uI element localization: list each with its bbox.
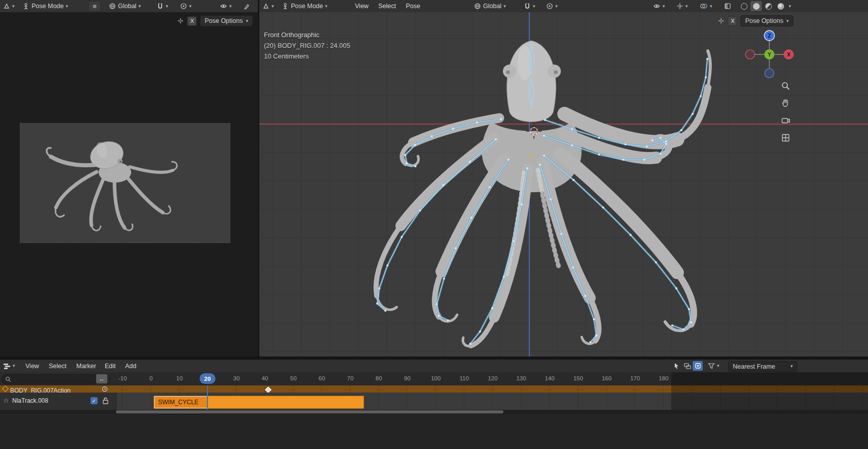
track-enabled-checkbox[interactable]: ✓	[91, 397, 98, 404]
ruler-tick[interactable]: 30	[233, 375, 240, 381]
tool-fallback-icon[interactable]	[177, 17, 184, 24]
zoom-button[interactable]	[779, 79, 792, 93]
visibility-dropdown[interactable]: ▾	[218, 0, 234, 12]
editor-type-dropdown[interactable]: ▾	[260, 0, 276, 12]
funnel-icon	[708, 363, 715, 369]
tweak-clock-icon[interactable]	[102, 386, 108, 392]
mirror-x-toggle[interactable]: X	[728, 16, 737, 26]
menu-marker[interactable]: Marker	[73, 360, 99, 372]
camera-viewport-canvas[interactable]	[0, 12, 258, 356]
proportional-edit-button[interactable]: ▾	[178, 0, 194, 12]
snap-dropdown[interactable]: ▾	[155, 0, 170, 12]
ruler-tick[interactable]: 130	[516, 375, 526, 381]
viewport-right-tool-row: X Pose Options ▾	[717, 15, 793, 26]
shading-rendered-button[interactable]	[775, 1, 786, 11]
solo-star-icon[interactable]: ☆	[3, 397, 9, 404]
ruler-tick[interactable]: 50	[290, 375, 297, 381]
viewport-editor-icon	[3, 3, 10, 10]
unlock-icon[interactable]	[102, 397, 109, 404]
scrollbar-thumb[interactable]	[116, 410, 503, 413]
globe-icon	[474, 3, 481, 10]
filter-dropdown[interactable]: ▾	[706, 360, 722, 372]
nla-strip-swim-cycle[interactable]: SWIM_CYCLE	[154, 396, 364, 409]
xray-toggle[interactable]	[722, 0, 733, 12]
orientation-dropdown[interactable]: Global ▾	[107, 0, 143, 12]
ruler-tick[interactable]: 0	[149, 375, 153, 381]
magnet-icon	[157, 3, 164, 10]
editor-type-dropdown[interactable]: ▾	[1, 0, 17, 12]
menu-edit[interactable]: Edit	[102, 360, 119, 372]
ruler-tick[interactable]: 60	[319, 375, 325, 381]
ruler-tick[interactable]: 40	[262, 375, 268, 381]
tweak-pointer-button[interactable]	[671, 361, 681, 371]
gizmos-toggle[interactable]: ▾	[674, 0, 690, 12]
ruler-tick[interactable]: 150	[573, 375, 583, 381]
camera-view-button[interactable]	[779, 114, 792, 127]
ortho-grid-button[interactable]	[779, 131, 792, 144]
track-name-cell[interactable]: BODY_RIG.007Action	[0, 385, 116, 393]
ruler-tick[interactable]: 170	[630, 375, 640, 381]
menu-view[interactable]: View	[352, 0, 372, 12]
proportional-edit-button[interactable]: ▾	[544, 0, 560, 12]
menu-select[interactable]: Select	[46, 360, 70, 372]
snap-toggle-active[interactable]	[693, 361, 703, 371]
ruler-tick[interactable]: 110	[460, 375, 469, 381]
hamburger-menu-button[interactable]: ≡	[86, 0, 103, 12]
tool-fallback-icon[interactable]	[717, 17, 725, 24]
frame-ruler[interactable]: -100103040506070809010011012013014015016…	[0, 372, 868, 385]
xray-icon	[724, 3, 731, 10]
brush-icon-button[interactable]	[241, 0, 252, 12]
shading-solid-button[interactable]	[751, 1, 762, 11]
navigation-gizmo[interactable]: Z X Y	[744, 29, 795, 80]
ruler-tick[interactable]: 120	[488, 375, 497, 381]
track-row-action[interactable]: BODY_RIG.007Action	[0, 385, 868, 393]
shading-mode-group: ▾	[736, 0, 793, 12]
menu-pose[interactable]: Pose	[403, 0, 424, 12]
ruler-tick[interactable]: 80	[376, 375, 382, 381]
visibility-dropdown[interactable]: ▾	[651, 0, 667, 12]
gizmo-x-neg-axis[interactable]	[745, 50, 755, 59]
ruler-tick[interactable]: 180	[659, 375, 668, 381]
editor-type-dropdown[interactable]: ▾	[1, 360, 17, 372]
menu-add[interactable]: Add	[122, 360, 139, 372]
gizmo-z-neg-axis[interactable]	[765, 69, 774, 78]
pose-options-dropdown[interactable]: Pose Options ▾	[740, 15, 793, 26]
shading-material-button[interactable]	[763, 1, 774, 11]
ruler-band: ↔ -1001030405060708090100110120130140150…	[0, 372, 868, 385]
orientation-label: Global	[118, 3, 136, 10]
current-frame-indicator[interactable]: 20	[200, 373, 216, 384]
pose-options-dropdown[interactable]: Pose Options ▾	[200, 15, 253, 26]
ruler-tick[interactable]: 90	[404, 375, 411, 381]
3d-viewport-canvas[interactable]: Front Orthographic (20) BODY_RIG.007 : 2…	[259, 12, 868, 356]
empty-track-area[interactable]	[0, 414, 868, 449]
ruler-tick[interactable]: 100	[431, 375, 440, 381]
mode-dropdown[interactable]: Pose Mode ▾	[280, 0, 330, 12]
viewport-right: ▾ Pose Mode ▾ View Select Pose Global ▾ …	[259, 0, 868, 356]
overlays-dropdown[interactable]: ▾	[698, 0, 714, 12]
track-name: NlaTrack.008	[12, 397, 48, 404]
track-row-nla[interactable]: ☆ NlaTrack.008 ✓ SWIM_CYCLE	[0, 393, 868, 410]
ruler-tick[interactable]: 140	[545, 375, 554, 381]
track-name-cell[interactable]: ☆ NlaTrack.008 ✓	[0, 393, 116, 410]
globe-icon	[109, 3, 116, 10]
ruler-tick[interactable]: 160	[602, 375, 611, 381]
strip-label-box[interactable]: SWIM_CYCLE	[154, 396, 208, 408]
pan-hand-button[interactable]	[779, 97, 792, 110]
ruler-tick[interactable]: 10	[176, 375, 183, 381]
sync-strips-button[interactable]	[682, 361, 693, 371]
snap-mode-dropdown[interactable]: Nearest Frame ▾	[728, 361, 797, 372]
orientation-dropdown[interactable]: Global ▾	[472, 0, 508, 12]
proportional-edit-icon	[546, 3, 553, 10]
root-bone-dot[interactable]	[530, 154, 532, 157]
pose-mode-icon	[22, 3, 29, 10]
ruler-tick[interactable]: 70	[347, 375, 354, 381]
mirror-x-toggle[interactable]: X	[187, 16, 197, 26]
mode-dropdown[interactable]: Pose Mode ▾	[20, 0, 70, 12]
menu-view[interactable]: View	[22, 360, 42, 372]
ruler-tick[interactable]: -10	[118, 375, 127, 381]
shading-wireframe-button[interactable]	[738, 1, 750, 11]
eye-icon	[220, 3, 227, 10]
menu-select[interactable]: Select	[375, 0, 399, 12]
playhead-line[interactable]	[207, 385, 208, 410]
snap-dropdown[interactable]: ▾	[522, 0, 537, 12]
